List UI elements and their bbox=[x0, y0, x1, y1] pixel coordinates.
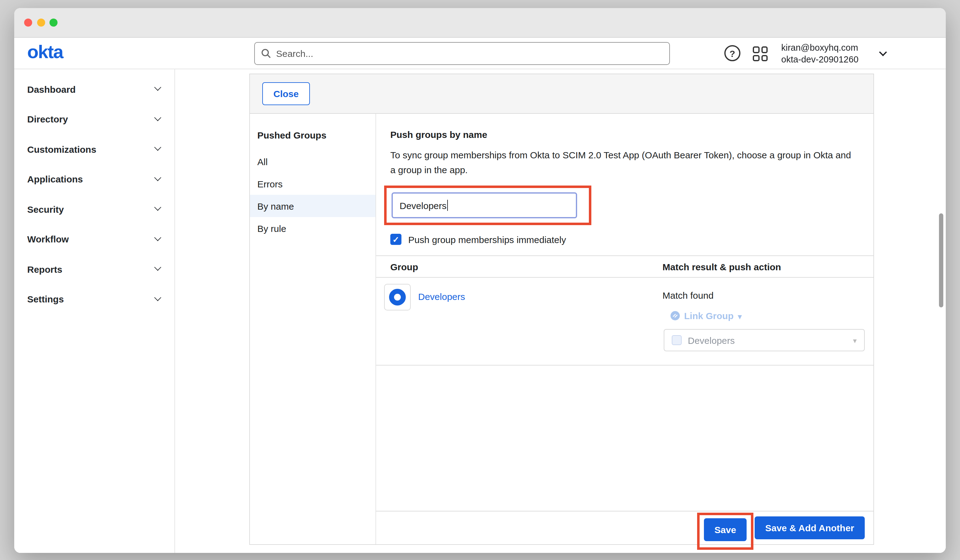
push-immediately-option: Push group memberships immediately bbox=[390, 234, 859, 245]
section-heading: Push groups by name bbox=[390, 129, 859, 140]
nav-item-errors[interactable]: Errors bbox=[250, 173, 376, 195]
window-close-button[interactable] bbox=[24, 19, 32, 27]
push-immediately-label: Push group memberships immediately bbox=[408, 234, 566, 245]
chevron-down-icon bbox=[154, 264, 162, 271]
linked-group-select[interactable]: Developers bbox=[664, 329, 865, 351]
group-placeholder-icon bbox=[672, 335, 682, 345]
window-titlebar bbox=[14, 8, 946, 38]
group-name-link[interactable]: Developers bbox=[418, 291, 465, 302]
browser-window: okta kiran@boxyhq.com bbox=[14, 8, 946, 553]
sidebar-item-reports[interactable]: Reports bbox=[14, 254, 174, 284]
linked-group-value: Developers bbox=[688, 335, 735, 346]
sidebar-item-settings[interactable]: Settings bbox=[14, 284, 174, 314]
app-header: okta kiran@boxyhq.com bbox=[14, 38, 946, 69]
window-zoom-button[interactable] bbox=[50, 19, 58, 27]
account-email: kiran@boxyhq.com bbox=[781, 42, 859, 54]
select-caret-icon bbox=[853, 334, 857, 346]
pushed-groups-nav: Pushed Groups All Errors By name By rule bbox=[250, 114, 376, 544]
grid-square bbox=[753, 46, 759, 53]
window-minimize-button[interactable] bbox=[37, 19, 45, 27]
chevron-down-icon bbox=[154, 174, 162, 181]
close-button[interactable]: Close bbox=[262, 82, 310, 105]
desktop-background: okta kiran@boxyhq.com bbox=[0, 0, 960, 560]
table-header: Group Match result & push action bbox=[376, 256, 874, 278]
save-add-another-button[interactable]: Save & Add Another bbox=[755, 517, 865, 539]
column-header-group: Group bbox=[376, 261, 662, 272]
match-cell: Match found Link Group bbox=[662, 284, 874, 351]
push-immediately-checkbox-checked[interactable] bbox=[390, 234, 402, 245]
sidebar-item-dashboard[interactable]: Dashboard bbox=[14, 74, 174, 104]
app-body: Dashboard Directory Customizations Appli… bbox=[14, 69, 946, 553]
apps-grid-icon[interactable] bbox=[753, 46, 768, 61]
sidebar-item-workflow[interactable]: Workflow bbox=[14, 224, 174, 254]
group-match-table: Group Match result & push action bbox=[376, 255, 874, 365]
annotation-rectangle-input: Developers bbox=[384, 186, 591, 225]
sidebar-item-directory[interactable]: Directory bbox=[14, 104, 174, 134]
account-chevron-down-icon[interactable] bbox=[879, 48, 887, 56]
grid-square bbox=[761, 46, 768, 53]
annotation-rectangle-save: Save bbox=[697, 512, 754, 549]
sidebar-item-applications[interactable]: Applications bbox=[14, 164, 174, 194]
sidebar-item-customizations[interactable]: Customizations bbox=[14, 134, 174, 164]
grid-square bbox=[753, 55, 759, 61]
push-by-name-section: Push groups by name To sync group member… bbox=[376, 114, 874, 544]
group-tile bbox=[384, 284, 411, 310]
section-description: To sync group memberships from Okta to S… bbox=[390, 148, 851, 178]
nav-item-by-name[interactable]: By name bbox=[250, 195, 376, 217]
chevron-down-icon bbox=[154, 84, 162, 91]
link-group-dropdown[interactable]: Link Group bbox=[670, 310, 874, 321]
main-sidebar: Dashboard Directory Customizations Appli… bbox=[14, 69, 175, 553]
nav-item-all[interactable]: All bbox=[250, 150, 376, 173]
link-group-caret-icon bbox=[738, 310, 742, 321]
panel-close-bar: Close bbox=[250, 74, 874, 114]
panel-footer: Save Save & Add Another bbox=[376, 511, 874, 544]
sidebar-item-security[interactable]: Security bbox=[14, 194, 174, 224]
account-menu[interactable]: kiran@boxyhq.com okta-dev-20901260 bbox=[781, 42, 859, 66]
empty-area bbox=[376, 365, 874, 511]
help-icon[interactable] bbox=[724, 45, 741, 61]
table-row: Developers Match found bbox=[376, 278, 874, 365]
match-status: Match found bbox=[662, 290, 874, 301]
group-cell: Developers bbox=[376, 284, 662, 351]
global-search[interactable] bbox=[254, 42, 670, 65]
okta-logo: okta bbox=[27, 42, 63, 62]
group-donut-icon bbox=[389, 289, 406, 306]
column-header-match: Match result & push action bbox=[662, 261, 874, 272]
chevron-down-icon bbox=[154, 144, 162, 151]
grid-square bbox=[761, 55, 768, 61]
account-org: okta-dev-20901260 bbox=[781, 54, 859, 66]
chevron-down-icon bbox=[154, 114, 162, 121]
vertical-scrollbar-thumb[interactable] bbox=[939, 213, 943, 307]
link-group-label: Link Group bbox=[684, 310, 734, 321]
chevron-down-icon bbox=[154, 294, 162, 301]
group-name-input-value: Developers bbox=[400, 200, 446, 211]
save-button[interactable]: Save bbox=[704, 518, 747, 541]
chevron-down-icon bbox=[154, 204, 162, 211]
nav-item-by-rule[interactable]: By rule bbox=[250, 217, 376, 239]
pushed-groups-title: Pushed Groups bbox=[250, 121, 376, 150]
chevron-down-icon bbox=[154, 234, 162, 241]
text-cursor bbox=[447, 200, 448, 211]
push-groups-panel: Close Pushed Groups All Errors By name B… bbox=[249, 74, 874, 545]
main-content: Close Pushed Groups All Errors By name B… bbox=[175, 69, 946, 553]
link-icon bbox=[670, 311, 680, 320]
search-icon bbox=[261, 48, 271, 59]
group-name-input[interactable]: Developers bbox=[392, 192, 577, 218]
search-input[interactable] bbox=[276, 48, 663, 59]
